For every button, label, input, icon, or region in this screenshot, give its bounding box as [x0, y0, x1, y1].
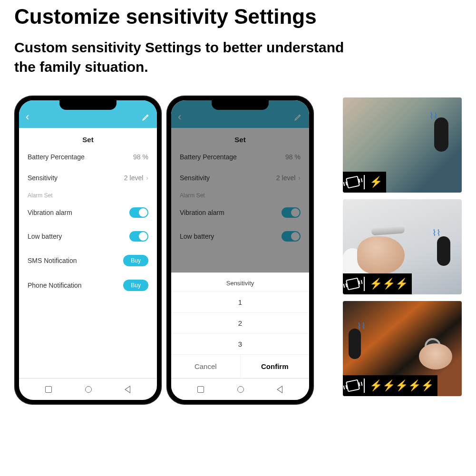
bolt-icon: ⚡: [369, 379, 382, 392]
thumbnail-window: ⌇⌇ ⚡: [343, 97, 462, 193]
cancel-button[interactable]: Cancel: [171, 355, 240, 378]
vibration-icon: [346, 278, 360, 291]
bolt-icon: ⚡: [421, 379, 434, 392]
sensor-device-icon: [349, 329, 361, 359]
phone-notch: [59, 100, 117, 110]
sensor-device-icon: [434, 117, 448, 152]
row-battery: Battery Percentage 98 %: [19, 146, 157, 167]
sms-notification-label: SMS Notification: [28, 257, 77, 264]
nav-back-icon[interactable]: [125, 386, 131, 393]
wifi-signal-icon: ⌇⌇: [432, 228, 441, 238]
sensitivity-label: Sensitivity: [28, 174, 58, 182]
sensitivity-level-1-icon: ⚡: [369, 176, 382, 188]
vibration-icon: [346, 379, 360, 392]
sensitivity-option-1[interactable]: 1: [171, 291, 309, 312]
phone-notch: [212, 100, 269, 110]
sensor-device-icon: [437, 236, 450, 266]
phone-mockup-modal: ‹ Set Battery Percentage 98 % Sensitivit…: [166, 96, 314, 405]
phone-mockup-settings: ‹ Set Battery Percentage 98 % Sensitivit…: [14, 96, 162, 405]
android-navbar: [171, 378, 309, 400]
vibration-alarm-label: Vibration alarm: [28, 209, 72, 216]
sms-buy-button[interactable]: Buy: [123, 255, 148, 266]
thumbnail-door: ⌇⌇ ⚡⚡⚡: [343, 199, 462, 294]
back-icon[interactable]: ‹: [26, 111, 29, 123]
phone-notification-label: Phone Notification: [28, 282, 82, 289]
bolt-icon: ⚡: [395, 379, 408, 392]
nav-recent-icon[interactable]: [45, 386, 52, 393]
bolt-icon: ⚡: [395, 278, 408, 290]
page-title: Customize sensitivity Settings: [14, 5, 462, 29]
row-sensitivity[interactable]: Sensitivity 2 level ›: [19, 167, 157, 188]
thumbnail-safe: ⌇⌇ ⚡⚡⚡⚡⚡: [343, 301, 462, 396]
divider: [364, 277, 365, 291]
scenario-thumbnails: ⌇⌇ ⚡ ⌇⌇: [343, 96, 462, 396]
wifi-signal-icon: ⌇⌇: [357, 321, 366, 331]
confirm-button[interactable]: Confirm: [240, 355, 310, 378]
row-sms-notification: SMS Notification Buy: [19, 248, 157, 273]
divider: [364, 175, 365, 189]
phone-buy-button[interactable]: Buy: [123, 280, 148, 291]
nav-back-icon[interactable]: [277, 386, 283, 393]
battery-label: Battery Percentage: [28, 153, 85, 161]
row-low-battery: Low battery: [19, 224, 157, 248]
bolt-icon: ⚡: [408, 379, 421, 392]
vibration-icon: [346, 176, 360, 189]
bolt-icon: ⚡: [382, 278, 395, 290]
bolt-icon: ⚡: [369, 176, 382, 188]
bolt-icon: ⚡: [382, 379, 395, 392]
low-battery-toggle[interactable]: [129, 231, 148, 242]
row-phone-notification: Phone Notification Buy: [19, 273, 157, 298]
modal-title: Sensitivity: [171, 273, 309, 291]
sensitivity-value: 2 level: [124, 174, 143, 182]
divider: [364, 379, 365, 393]
subtitle-line2: the family situation.: [14, 59, 148, 75]
row-vibration-alarm: Vibration alarm: [19, 201, 157, 224]
low-battery-label: Low battery: [28, 233, 62, 240]
page-subtitle: Custom sensitivity Settings to better un…: [14, 38, 462, 77]
sensitivity-option-2[interactable]: 2: [171, 312, 309, 333]
android-navbar: [19, 378, 157, 400]
nav-home-icon[interactable]: [85, 386, 92, 393]
section-alarm-set: Alarm Set: [19, 188, 157, 201]
subtitle-line1: Custom sensitivity Settings to better un…: [14, 39, 344, 55]
screen-title: Set: [19, 128, 157, 146]
nav-recent-icon[interactable]: [197, 386, 204, 393]
sensitivity-modal: Sensitivity 1 2 3 Cancel Confirm: [171, 272, 309, 378]
sensitivity-option-3[interactable]: 3: [171, 333, 309, 354]
bolt-icon: ⚡: [369, 278, 382, 290]
wifi-signal-icon: ⌇⌇: [429, 111, 438, 121]
edit-icon[interactable]: [142, 113, 150, 123]
battery-value: 98 %: [133, 153, 148, 161]
nav-home-icon[interactable]: [237, 386, 244, 393]
sensitivity-level-3-icon: ⚡⚡⚡: [369, 278, 408, 290]
chevron-right-icon: ›: [146, 174, 148, 182]
vibration-alarm-toggle[interactable]: [129, 207, 148, 218]
sensitivity-level-5-icon: ⚡⚡⚡⚡⚡: [369, 379, 434, 392]
